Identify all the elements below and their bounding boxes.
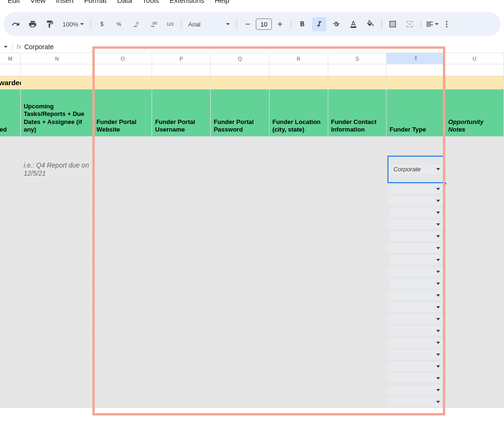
cell-O[interactable] [94,301,153,313]
cell-Q[interactable] [211,219,270,230]
formula-input[interactable] [24,43,504,51]
cell-R[interactable]: Funder Location (city, state) [270,89,328,136]
more-formats-button[interactable]: 123 [163,17,177,31]
cell-S[interactable] [328,337,387,348]
cell-T[interactable] [387,278,445,289]
cell-U[interactable] [445,301,504,313]
percent-button[interactable]: % [112,17,126,31]
cell-Q[interactable] [211,290,270,301]
menu-extensions[interactable]: Extensions [170,0,204,4]
cell-R[interactable] [270,396,328,407]
cell-Q[interactable] [211,195,270,206]
funder-type-chip[interactable]: Corporate [388,165,443,174]
cell-S[interactable] [328,207,387,218]
column-header-R[interactable]: R [270,53,328,64]
funder-type-chip-empty[interactable] [388,220,443,229]
cell-U[interactable] [445,156,504,183]
cell-R[interactable] [270,64,328,76]
cell-T[interactable] [387,219,445,230]
cell-N[interactable] [21,290,94,301]
cell-T[interactable] [387,301,445,313]
cell-U[interactable] [445,254,504,265]
cell-T[interactable] [387,325,445,336]
menu-edit[interactable]: Edit [8,0,20,4]
cell-R[interactable] [270,361,328,372]
cell-O[interactable] [94,290,153,301]
cell-M[interactable] [0,337,21,348]
merge-cells-button[interactable] [403,17,417,31]
cell-P[interactable] [152,290,211,301]
cell-N[interactable] [21,219,94,230]
borders-button[interactable] [386,17,400,31]
cell-T[interactable] [387,254,445,265]
cell-U[interactable] [445,384,504,396]
cell-Q[interactable] [211,242,270,254]
data-row[interactable] [0,254,504,266]
cell-S[interactable] [328,290,387,301]
cell-Q[interactable] [211,361,270,372]
cell-U[interactable] [445,372,504,384]
funder-type-chip-empty[interactable] [388,267,443,276]
increase-font-button[interactable] [273,17,287,31]
cell-P[interactable] [152,396,211,407]
cell-Q[interactable] [211,396,270,407]
cell-P[interactable]: Funder Portal Username [152,89,211,136]
cell-O[interactable] [94,207,153,218]
cell-P[interactable] [152,64,211,76]
cell-O[interactable] [94,384,153,396]
cell-Q[interactable] [211,278,270,289]
cell-P[interactable] [152,325,211,336]
cell-S[interactable] [328,156,387,183]
data-row[interactable] [0,195,504,207]
cell-M[interactable] [0,313,21,325]
cell-M[interactable] [0,183,21,194]
cell-S[interactable] [328,372,387,384]
cell-T[interactable] [387,242,445,254]
zoom-select[interactable]: 100% [60,21,87,28]
cell-S[interactable] [328,361,387,372]
cell-T[interactable] [387,230,445,242]
cell-N[interactable] [21,361,94,372]
font-select[interactable]: Arial [185,21,233,28]
cell-T[interactable] [387,266,445,277]
column-header-Q[interactable]: Q [211,53,270,64]
cell-O[interactable] [94,76,153,89]
cell-M[interactable]: Notified [0,89,21,136]
cell-Q[interactable] [211,372,270,384]
data-row[interactable] [0,290,504,301]
column-header-N[interactable]: N [21,53,94,64]
cell-U[interactable] [445,361,504,372]
cell-M[interactable] [0,266,21,277]
cell-S[interactable] [328,301,387,313]
cell-N[interactable]: Upcoming Tasks/Reports + Due Dates + Ass… [21,89,94,136]
cell-R[interactable] [270,183,328,194]
cell-P[interactable] [152,301,211,313]
cell-T[interactable] [387,207,445,218]
cell-O[interactable]: Funder Portal Website [94,89,153,136]
cell-T[interactable] [387,64,445,76]
cell-O[interactable] [94,372,153,384]
cell-S[interactable] [328,266,387,277]
cell-O[interactable] [94,242,153,254]
cell-M[interactable] [0,325,21,336]
cell-S[interactable] [328,349,387,360]
cell-N[interactable] [21,137,94,155]
cell-U[interactable] [445,290,504,301]
column-header-T[interactable]: T [387,53,445,64]
cell-P[interactable] [152,266,211,277]
cell-R[interactable] [270,349,328,360]
cell-P[interactable] [152,278,211,289]
cell-N[interactable] [21,372,94,384]
cell-N[interactable] [21,254,94,265]
cell-N[interactable] [21,242,94,254]
funder-type-chip-empty[interactable] [388,385,443,395]
strikethrough-button[interactable] [329,17,343,31]
funder-type-chip-empty[interactable] [388,208,443,217]
cell-R[interactable] [270,278,328,289]
cell-U[interactable] [445,76,504,89]
cell-S[interactable] [328,254,387,265]
funder-type-chip-empty[interactable] [388,255,443,265]
cell-O[interactable] [94,183,153,194]
cell-U[interactable] [445,349,504,360]
decrease-decimal-button[interactable]: .0 [129,17,143,31]
